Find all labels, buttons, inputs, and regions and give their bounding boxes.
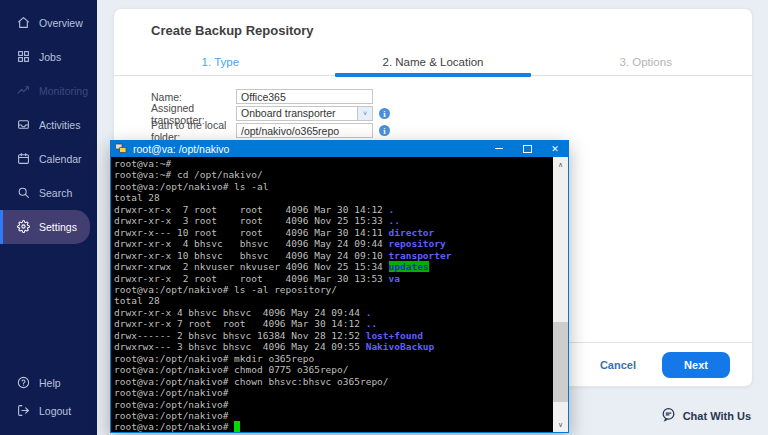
terminal-line: drwxr-xr-x 7 root root 4096 Mar 30 14:12… xyxy=(114,204,552,215)
wizard-tabs: 1. Type2. Name & Location3. Options xyxy=(114,51,752,76)
tab-2-name-location[interactable]: 2. Name & Location xyxy=(327,51,540,75)
sidebar-item-settings[interactable]: Settings xyxy=(0,210,90,244)
sidebar-footer-nav: HelpLogout xyxy=(0,369,97,425)
terminal-window-controls xyxy=(485,140,569,157)
info-icon[interactable]: i xyxy=(379,108,390,119)
search-icon xyxy=(17,186,30,201)
calendar-icon xyxy=(17,152,30,167)
tab-3-options: 3. Options xyxy=(539,51,752,75)
terminal-line: total 28 xyxy=(114,192,552,203)
field-label-path-to-the-local-folder: Path to the local folder: xyxy=(151,119,236,143)
scroll-down-arrow-icon[interactable] xyxy=(553,418,568,431)
sidebar-item-label: Logout xyxy=(39,405,71,417)
terminal-line: root@va:/opt/nakivo# xyxy=(114,399,552,410)
terminal-line: drwxr-x--- 10 root root 4096 Mar 30 14:1… xyxy=(114,227,552,238)
sidebar-item-jobs[interactable]: Jobs xyxy=(0,40,90,74)
putty-terminal-window: root@va: /opt/nakivo root@va:~#root@va:~… xyxy=(110,140,569,433)
sidebar-item-label: Activities xyxy=(39,119,80,131)
overview-icon xyxy=(17,16,30,31)
sidebar-item-monitoring: Monitoring xyxy=(0,74,90,108)
terminal-output[interactable]: root@va:~#root@va:~# cd /opt/nakivo/root… xyxy=(114,158,552,432)
sidebar-item-overview[interactable]: Overview xyxy=(0,6,90,40)
terminal-line: root@va:/opt/nakivo# xyxy=(114,387,552,398)
terminal-title: root@va: /opt/nakivo xyxy=(133,143,229,155)
scrollbar-thumb[interactable] xyxy=(553,322,568,402)
jobs-icon xyxy=(17,50,30,65)
assigned-transporter-select[interactable]: Onboard transporter˅ xyxy=(236,106,373,121)
terminal-line: root@va:~# cd /opt/nakivo/ xyxy=(114,169,552,180)
maximize-button[interactable] xyxy=(513,140,541,157)
scroll-up-arrow-icon[interactable] xyxy=(553,158,568,171)
name-input[interactable] xyxy=(236,89,373,104)
sidebar-item-activities[interactable]: Activities xyxy=(0,108,90,142)
terminal-line: drwxr-xr-x 2 root root 4096 Mar 30 13:53… xyxy=(114,273,552,284)
terminal-line: root@va:/opt/nakivo# xyxy=(114,410,552,421)
chat-with-us-label: Chat With Us xyxy=(683,410,751,422)
tab-1-type[interactable]: 1. Type xyxy=(114,51,327,75)
page-title: Create Backup Repository xyxy=(151,23,314,38)
terminal-line: root@va:/opt/nakivo# chown bhsvc:bhsvc o… xyxy=(114,376,552,387)
close-button[interactable] xyxy=(541,140,569,157)
putty-icon xyxy=(115,143,127,154)
terminal-cursor xyxy=(234,421,240,432)
sidebar-item-search[interactable]: Search xyxy=(0,176,90,210)
terminal-line: root@va:/opt/nakivo# ls -al repository/ xyxy=(114,284,552,295)
assigned-transporter-selected-value: Onboard transporter xyxy=(237,107,357,120)
terminal-line: drwxr-xr-x 4 bhsvc bhsvc 4096 May 24 09:… xyxy=(114,307,552,318)
info-icon[interactable]: i xyxy=(379,125,390,136)
cancel-button[interactable]: Cancel xyxy=(600,359,636,371)
help-icon xyxy=(17,376,30,391)
wizard-form: Name:Assigned transporter:Onboard transp… xyxy=(151,89,390,140)
activities-icon xyxy=(17,118,30,133)
terminal-line: root@va:/opt/nakivo# ls -al xyxy=(114,181,552,192)
terminal-scrollbar[interactable] xyxy=(553,157,568,432)
terminal-line: drwxr-xr-x 4 bhsvc bhsvc 4096 May 24 09:… xyxy=(114,238,552,249)
terminal-line: total 28 xyxy=(114,295,552,306)
monitoring-icon xyxy=(17,84,30,99)
sidebar-item-label: Search xyxy=(39,187,72,199)
sidebar-item-label: Overview xyxy=(39,17,83,29)
sidebar-item-help[interactable]: Help xyxy=(0,369,90,397)
logout-icon xyxy=(17,404,30,419)
sidebar-item-calendar[interactable]: Calendar xyxy=(0,142,90,176)
terminal-line: drwxr-xr-x 7 root root 4096 Mar 30 14:12… xyxy=(114,318,552,329)
sidebar-item-label: Jobs xyxy=(39,51,61,63)
sidebar-item-label: Calendar xyxy=(39,153,82,165)
terminal-line: root@va:/opt/nakivo# mkdir o365repo xyxy=(114,353,552,364)
path-to-the-local-folder-input[interactable] xyxy=(236,123,373,138)
sidebar-main-nav: OverviewJobsMonitoringActivitiesCalendar… xyxy=(0,6,97,244)
terminal-line: drwxr-xr-x 10 bhsvc bhsvc 4096 May 24 09… xyxy=(114,250,552,261)
sidebar-item-label: Monitoring xyxy=(39,85,88,97)
terminal-titlebar[interactable]: root@va: /opt/nakivo xyxy=(110,140,569,157)
dropdown-arrow-icon[interactable]: ˅ xyxy=(357,107,372,120)
terminal-line: drwx------ 2 bhsvc bhsvc 16384 Nov 28 12… xyxy=(114,330,552,341)
chat-bubble-icon xyxy=(661,407,676,424)
sidebar: OverviewJobsMonitoringActivitiesCalendar… xyxy=(0,0,97,435)
minimize-button[interactable] xyxy=(485,140,513,157)
sidebar-item-label: Settings xyxy=(39,221,77,233)
settings-icon xyxy=(17,220,30,235)
field-row-path-to-the-local-folder: Path to the local folder:i xyxy=(151,123,390,138)
terminal-line: root@va:/opt/nakivo# chmod 0775 o365repo… xyxy=(114,364,552,375)
sidebar-item-label: Help xyxy=(39,377,61,389)
terminal-line: root@va:/opt/nakivo# xyxy=(114,421,552,432)
terminal-viewport: root@va:~#root@va:~# cd /opt/nakivo/root… xyxy=(111,157,568,432)
terminal-line: drwxr-xrwx 2 nkvuser nkvuser 4096 Nov 25… xyxy=(114,261,552,272)
terminal-line: drwxrwx--- 3 bhsvc bhsvc 4096 May 24 09:… xyxy=(114,341,552,352)
next-button[interactable]: Next xyxy=(662,352,730,378)
terminal-line: drwxr-xr-x 3 root root 4096 Nov 25 15:33… xyxy=(114,215,552,226)
sidebar-item-logout[interactable]: Logout xyxy=(0,397,90,425)
chat-with-us-button[interactable]: Chat With Us xyxy=(661,407,751,424)
terminal-line: root@va:~# xyxy=(114,158,552,169)
